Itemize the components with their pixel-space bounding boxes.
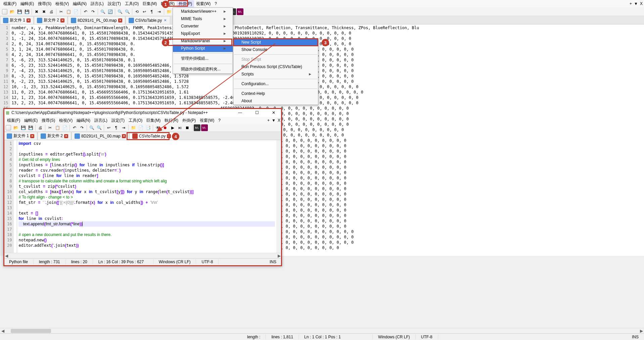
sub-save-icon[interactable]: 💾 — [20, 124, 27, 131]
menu-help[interactable]: ? — [213, 1, 219, 7]
disk-icon — [41, 133, 46, 139]
replace-icon[interactable]: 🔄 — [107, 8, 113, 15]
sub-menu-search[interactable]: 搜尋(S) — [40, 117, 57, 124]
scroll-right-icon[interactable]: ▶ — [639, 329, 644, 333]
undo-icon[interactable]: ↶ — [82, 8, 89, 15]
tab-close-icon[interactable]: ✕ — [64, 134, 68, 138]
menu-language[interactable]: 語言(L) — [89, 0, 106, 7]
sub-scroll-right-icon[interactable]: ▶ — [276, 253, 282, 258]
tab-3[interactable]: CSVtoTable.py✕ — [126, 16, 170, 24]
menu-settings[interactable]: 設定(T) — [106, 0, 123, 7]
sub-sb-lang: Python file — [4, 260, 34, 264]
menu-plus[interactable]: + — [630, 1, 632, 6]
menu-tools[interactable]: 工具(O) — [123, 0, 141, 7]
sub-scroll-left-icon[interactable]: ◀ — [4, 253, 9, 258]
sub-wrap-icon[interactable]: ↩ — [105, 124, 112, 131]
sub-saveall-icon[interactable]: 💾 — [27, 124, 34, 131]
wrap-icon[interactable]: ↩ — [141, 8, 148, 15]
scroll-thumb[interactable] — [11, 329, 51, 333]
chars-icon[interactable]: ¶ — [148, 8, 155, 15]
tab-1[interactable]: 新文件 2✕ — [34, 16, 67, 24]
sub-indent-icon[interactable]: ⇥ — [120, 124, 127, 131]
sub-code[interactable]: import csvinputlines = editor.getText().… — [17, 140, 276, 253]
sub-menu-view[interactable]: 檢視(V) — [57, 117, 75, 124]
sub-copy-icon[interactable]: 📋 — [54, 124, 61, 131]
scroll-left-icon[interactable]: ◀ — [0, 329, 5, 333]
print-icon[interactable]: 🖨 — [48, 8, 55, 15]
tab-close-icon[interactable]: ✕ — [163, 18, 167, 22]
open-file-icon[interactable]: 📂 — [9, 8, 15, 15]
sub-print-icon[interactable]: 🖨 — [37, 124, 44, 131]
dd-converter[interactable]: Converter — [173, 22, 233, 30]
zoom-out-icon[interactable]: 🔍 — [124, 8, 131, 15]
menu-plugins[interactable]: 外掛(P) — [177, 0, 194, 7]
sub-redo-icon[interactable]: ↷ — [79, 124, 85, 131]
tab-close-icon[interactable]: ✕ — [30, 134, 34, 138]
save-all-icon[interactable]: 💾 — [24, 8, 30, 15]
sub-sb-lines: lines : 20 — [66, 260, 93, 264]
sub-open-icon[interactable]: 📂 — [12, 124, 19, 131]
sub-tab-1[interactable]: 新文件 2✕ — [38, 132, 71, 140]
sub-vscroll[interactable] — [276, 140, 282, 253]
sub-undo-icon[interactable]: ↶ — [71, 124, 78, 131]
sub-menu-file[interactable]: 檔案(F) — [5, 117, 22, 124]
md2-icon[interactable]: M↓ — [237, 8, 243, 15]
redo-icon[interactable]: ↷ — [90, 8, 96, 15]
sub-menu-edit[interactable]: 編輯(E) — [22, 117, 40, 124]
find-icon[interactable]: 🔍 — [99, 8, 106, 15]
menu-macro[interactable]: 巨集(M) — [141, 0, 159, 7]
menu-encoding[interactable]: 編碼(N) — [71, 0, 89, 7]
zoom-in-icon[interactable]: 🔍 — [117, 8, 123, 15]
dd-nppexport[interactable]: NppExport — [173, 30, 233, 37]
sub-hscroll[interactable]: ◀ ▶ — [4, 253, 282, 258]
new-file-icon[interactable] — [1, 8, 8, 15]
sub-tab-0[interactable]: 新文件 1✕ — [4, 132, 37, 140]
sb-encoding: UTF-8 — [416, 335, 438, 339]
sync-icon[interactable]: ⟲ — [134, 8, 140, 15]
cut-icon[interactable]: ✂ — [58, 8, 64, 15]
tab-label: 新文件 1 — [10, 17, 25, 23]
tab-0[interactable]: 新文件 1✕ — [0, 16, 34, 24]
tab-label: 新文件 1 — [13, 133, 29, 139]
sub-cut-icon[interactable]: ✂ — [47, 124, 53, 131]
close-icon[interactable]: ✖ — [33, 8, 40, 15]
menu-edit[interactable]: 編輯(E) — [18, 0, 36, 7]
sub-fold-icon[interactable]: 📁 — [130, 124, 137, 131]
sub-paste-icon[interactable]: 📄 — [61, 124, 68, 131]
menu-view[interactable]: 檢視(V) — [53, 0, 71, 7]
menu-file[interactable]: 檔案(F) — [1, 0, 18, 7]
sub-sb-length: length : 731 — [34, 260, 66, 264]
copy-icon[interactable]: 📋 — [65, 8, 72, 15]
sub-tab-2[interactable]: 8D291#1_PL_00.map✕ — [72, 132, 129, 140]
menu-window[interactable]: 視窗(W) — [194, 0, 213, 7]
indent-icon[interactable]: ⇥ — [156, 8, 163, 15]
paste-icon[interactable]: 📄 — [73, 8, 79, 15]
sub-new-icon[interactable] — [5, 124, 12, 131]
save-icon[interactable]: 💾 — [16, 8, 23, 15]
sub-doc-icon[interactable]: 📄 — [137, 124, 144, 131]
sub-zoom-icon[interactable]: 🔍 — [96, 124, 102, 131]
tab-close-icon[interactable]: ✕ — [122, 134, 126, 138]
tab-2[interactable]: 8D291#1_PL_00.map✕ — [68, 16, 125, 24]
tab-close-icon[interactable]: ✕ — [27, 18, 31, 22]
tab-close-icon[interactable]: ✕ — [60, 18, 64, 22]
main-hscroll[interactable]: ◀ ▶ — [0, 328, 644, 333]
sub-menu-tools[interactable]: 工具(O) — [127, 117, 144, 124]
sub-chars-icon[interactable]: ¶ — [113, 124, 120, 131]
sub-sb-insert: INS — [264, 260, 282, 264]
menu-close[interactable]: X — [640, 1, 643, 6]
sub-func-icon[interactable]: 📑 — [145, 124, 151, 131]
dd-markdownviewer[interactable]: MarkdownViewer++ — [173, 8, 233, 15]
sub-menu-settings[interactable]: 設定(T) — [109, 117, 127, 124]
dd-mimetools[interactable]: MIME Tools — [173, 15, 233, 22]
menu-search[interactable]: 搜尋(S) — [36, 0, 53, 7]
menu-dropdown[interactable]: ▼ — [634, 1, 638, 6]
tab-close-icon[interactable]: ✕ — [118, 18, 122, 22]
folder-icon[interactable]: 📁 — [166, 8, 172, 15]
disk-icon — [7, 133, 12, 139]
sub-menu-encoding[interactable]: 編碼(N) — [75, 117, 92, 124]
sub-menu-language[interactable]: 語言(L) — [92, 117, 109, 124]
close-all-icon[interactable]: ✖ — [41, 8, 47, 15]
sub-find-icon[interactable]: 🔍 — [88, 124, 95, 131]
tab-label: CSVtoTable.py — [135, 18, 162, 23]
